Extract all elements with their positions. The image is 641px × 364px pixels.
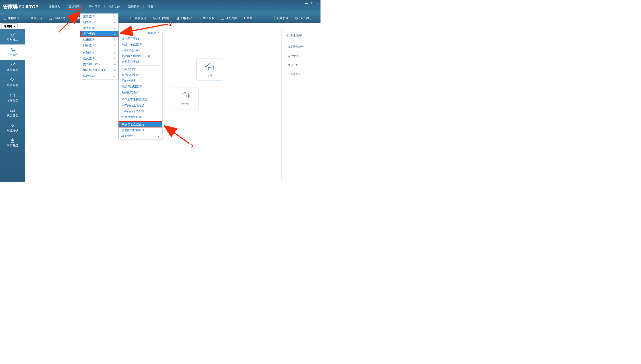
- menu-item-finance-query[interactable]: 财务查询▸: [80, 42, 118, 48]
- quick-inventory-status[interactable]: 库存状况: [285, 52, 317, 60]
- tool-history[interactable]: 经营历程: [26, 16, 42, 20]
- svg-point-17: [12, 51, 13, 52]
- menu-item-consignment-query[interactable]: 代销查询▸: [80, 50, 118, 56]
- menu-item-inventory-query[interactable]: 库存查询▸: [80, 31, 119, 37]
- chevron-right-icon: ▸: [115, 15, 116, 18]
- svg-point-19: [11, 78, 12, 79]
- dropdown-data-query: 进货查询▸ 销售查询▸ 零售查询▸ 库存查询▸ 往来查询▸ 财务查询▸ 代销查询…: [80, 13, 119, 79]
- chevron-right-icon: ▸: [115, 58, 116, 60]
- quick-menu-panel: 快捷菜单 商品进货统计 库存状况 往来分析 进货单统计: [281, 29, 320, 182]
- close-button[interactable]: ×: [316, 1, 318, 5]
- submenu-turnover-rate[interactable]: 库存周转率: [119, 66, 162, 72]
- submenu-auto-stocktake[interactable]: 商品自动盘盈盘亏: [119, 121, 162, 128]
- submenu-lower-limit-alarm[interactable]: 库存商品下限报警: [119, 108, 162, 114]
- sidebar-item-inventory-mgmt[interactable]: 库存管理: [0, 90, 25, 105]
- submenu-inventory-status[interactable]: 库存状况Ctrl+Alt+K: [119, 30, 162, 36]
- svg-point-5: [154, 18, 155, 19]
- annotation-number-2: 2: [169, 22, 172, 27]
- submenu-negative-stock-alarm[interactable]: 负库存报警查询: [119, 114, 162, 120]
- quick-ar-ap-analysis[interactable]: 往来分析: [285, 60, 317, 70]
- svg-rect-7: [177, 18, 177, 20]
- tool-loan[interactable]: 我要贷款: [272, 16, 288, 20]
- svg-text:¥: ¥: [12, 110, 13, 112]
- chevron-right-icon: ▸: [115, 63, 116, 66]
- menu-aux-functions[interactable]: 辅助功能: [107, 4, 121, 10]
- maximize-button[interactable]: □: [311, 1, 313, 5]
- submenu-single-item-query[interactable]: 单品、单位查询: [119, 42, 162, 48]
- svg-rect-22: [11, 140, 14, 142]
- annotation-number-1: 1: [59, 30, 61, 35]
- quick-purchase-stats[interactable]: 商品进货统计: [285, 42, 317, 52]
- svg-point-11: [273, 17, 274, 18]
- tool-price-mgmt[interactable]: 物价管理: [153, 16, 169, 20]
- logo-main: 管家婆: [3, 3, 18, 10]
- warehouse-icon: [205, 62, 215, 72]
- chevron-right-icon: ▸: [114, 33, 115, 35]
- menu-item-outsourcing-query[interactable]: 委外加工查询▸: [80, 62, 118, 67]
- content-area: 仓库 付款单: [25, 29, 320, 182]
- sidebar-item-money-mgmt[interactable]: ¥ 钱流管理: [0, 105, 25, 120]
- submenu-age-analysis[interactable]: 库龄分析表: [119, 78, 162, 84]
- nav-card-label: 仓库: [207, 73, 213, 77]
- submenu-warehouse-inventory-query[interactable]: 仓库库存查询: [119, 59, 162, 65]
- menu-basic-info[interactable]: 基本信息: [88, 4, 102, 10]
- logo-sub: 辉煌: [19, 5, 25, 9]
- chevron-right-icon: ▸: [115, 52, 116, 54]
- sidebar: 图形报表 进货管理 销售管理 零售管理 库存管理 ¥ 钱流管理 系统维护 产品升: [0, 29, 25, 182]
- payment-icon: [180, 90, 190, 100]
- tool-doc-entry[interactable]: 单据录入: [3, 16, 20, 20]
- tool-sales-stats[interactable]: 销售统计: [130, 16, 146, 20]
- tab-navigation-map[interactable]: 导航图 ×: [1, 23, 18, 29]
- sidebar-item-product-upgrade[interactable]: 产品升级: [0, 135, 25, 150]
- submenu-overstock-stats[interactable]: 库存积压统计: [119, 72, 162, 78]
- tool-exit[interactable]: 退出系统: [295, 16, 311, 20]
- minimize-button[interactable]: —: [305, 1, 308, 5]
- nav-card-payment[interactable]: 付款单: [172, 87, 199, 110]
- tool-inventory-status[interactable]: 库存状况: [49, 16, 65, 20]
- menu-data-query[interactable]: 数据查询: [67, 4, 82, 10]
- svg-point-16: [12, 35, 13, 36]
- submenu-limit-alarm-settings[interactable]: 库存上下限报警设置: [119, 97, 162, 102]
- submenu-doc-stats[interactable]: 单据统计▸: [119, 133, 162, 139]
- quick-menu-title: 快捷菜单: [285, 33, 317, 38]
- menu-system-maint[interactable]: 系统维护: [127, 4, 141, 10]
- menu-item-debt-query[interactable]: 借欠查询▸: [80, 56, 118, 62]
- tool-price-track[interactable]: 价格跟踪: [175, 16, 192, 20]
- chevron-right-icon: ▸: [115, 69, 116, 72]
- submenu-batch-tracking[interactable]: 商品批次跟踪: [119, 90, 162, 95]
- tool-help[interactable]: ?帮助: [243, 16, 252, 20]
- menu-item-comprehensive-query[interactable]: 综合查询▸: [80, 73, 118, 79]
- quick-purchase-order-stats[interactable]: 进货单统计: [285, 70, 317, 79]
- sidebar-item-purchase-mgmt[interactable]: 进货管理: [0, 44, 25, 60]
- nav-card-label: 付款单: [181, 102, 190, 106]
- sidebar-item-retail-mgmt[interactable]: 零售管理: [0, 75, 25, 90]
- sidebar-item-system-maint[interactable]: 系统维护: [0, 120, 25, 135]
- menu-service[interactable]: 服务: [146, 4, 155, 10]
- nav-card-warehouse[interactable]: 仓库: [196, 58, 223, 80]
- sidebar-item-sales-mgmt[interactable]: 销售管理: [0, 60, 25, 75]
- svg-point-2: [131, 17, 132, 19]
- submenu-inventory-distribution[interactable]: 库存状况分布: [119, 48, 162, 53]
- submenu-upper-limit-alarm[interactable]: 库存商品上限报警: [119, 102, 162, 108]
- submenu-goods-io-summary[interactable]: 商品出入库明细汇总表: [119, 53, 162, 59]
- svg-point-14: [10, 33, 12, 34]
- menu-item-retail-query[interactable]: 零售查询▸: [80, 25, 118, 31]
- menu-item-purchase-query[interactable]: 进货查询▸: [80, 14, 118, 19]
- chevron-right-icon: ▸: [115, 75, 116, 77]
- sidebar-item-graphic-reports[interactable]: 图形报表: [0, 29, 25, 44]
- menu-item-sales-query[interactable]: 销售查询▸: [80, 19, 118, 25]
- submenu-stocktake-data-query[interactable]: 盘盈盘亏数据查询: [119, 127, 162, 133]
- tool-production-template[interactable]: 生产模板: [198, 16, 214, 20]
- submenu-inventory-query: 库存状况Ctrl+Alt+K 虚拟库存查询 单品、单位查询 库存状况分布 商品出…: [119, 30, 162, 139]
- submenu-virtual-inventory[interactable]: 虚拟库存查询: [119, 36, 162, 42]
- document-icon: [285, 34, 288, 37]
- menu-business-entry[interactable]: 业务录入: [47, 4, 62, 10]
- chevron-right-icon: ▸: [115, 44, 116, 47]
- menu-item-ar-ap-query[interactable]: 往来查询▸: [80, 37, 118, 42]
- window-controls: — □ ×: [305, 1, 318, 5]
- submenu-shelf-life-query[interactable]: 商品保质期查询: [119, 84, 162, 90]
- tool-opening-accounts[interactable]: 期初建账: [221, 16, 237, 20]
- tab-close-button[interactable]: ×: [14, 25, 15, 28]
- menu-item-combo-sales-query[interactable]: 组合套件销售查询▸: [80, 67, 118, 73]
- app-logo: 管家婆 辉煌 Ⅱ TOP: [3, 3, 38, 10]
